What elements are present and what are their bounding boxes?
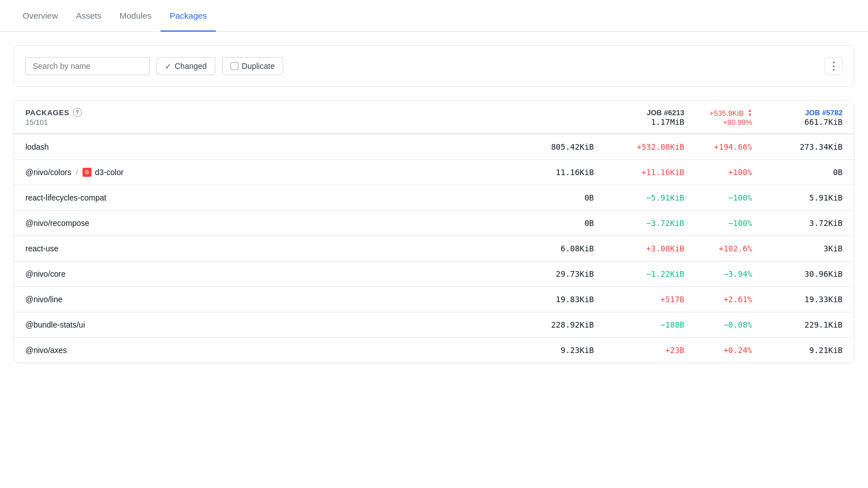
cell-delta-pct: −3.94% bbox=[684, 269, 752, 278]
table-row: @nivo/colors / D d3-color 11.16KiB +11.1… bbox=[14, 160, 854, 185]
cell-delta-pct: +100% bbox=[684, 168, 752, 177]
cell-prev-size: 229.1KiB bbox=[752, 320, 843, 329]
cell-delta-size: −188B bbox=[594, 320, 684, 329]
table-body: lodash 805.42KiB +532.08KiB +194.66% 273… bbox=[14, 134, 854, 363]
pkg-name-text: @nivo/line bbox=[25, 295, 63, 304]
nav-packages[interactable]: Packages bbox=[160, 0, 216, 32]
header-job2: JOB #5782 661.7KiB bbox=[752, 108, 843, 127]
main-content: ✓ Changed Duplicate ⋮ PACKAGES ? 15/101 … bbox=[0, 32, 868, 377]
cell-delta-size: +23B bbox=[594, 346, 684, 355]
cell-delta-pct: +194.66% bbox=[684, 142, 752, 151]
table-row: @nivo/line 19.83KiB +517B +2.61% 19.33Ki… bbox=[14, 287, 854, 312]
pkg-name: @bundle-stats/ui bbox=[25, 320, 504, 329]
help-icon[interactable]: ? bbox=[73, 108, 82, 117]
cell-delta-pct: −100% bbox=[684, 219, 752, 228]
sort-icon[interactable]: ▲ ▼ bbox=[748, 108, 752, 117]
more-icon: ⋮ bbox=[828, 60, 839, 72]
header-job1: JOB #6213 1.17MiB bbox=[594, 108, 684, 127]
search-input[interactable] bbox=[25, 57, 150, 75]
cell-delta-size: +517B bbox=[594, 295, 684, 304]
top-nav: Overview Assets Modules Packages bbox=[0, 0, 868, 32]
pkg-name-text: react-use bbox=[25, 244, 58, 253]
pkg-name: react-use bbox=[25, 244, 504, 253]
job1-size: 1.17MiB bbox=[651, 117, 684, 127]
duplicate-checkbox bbox=[231, 62, 238, 70]
table-row: react-lifecycles-compat 0B −5.91KiB −100… bbox=[14, 185, 854, 211]
cell-prev-size: 0B bbox=[752, 168, 843, 177]
cell-size: 0B bbox=[504, 193, 594, 202]
pkg-name: @nivo/line bbox=[25, 295, 504, 304]
cell-prev-size: 5.91KiB bbox=[752, 193, 843, 202]
separator: / bbox=[76, 168, 78, 177]
pkg-name-text: @nivo/colors bbox=[25, 168, 71, 177]
table-row: @bundle-stats/ui 228.92KiB −188B −0.08% … bbox=[14, 312, 854, 338]
cell-delta-size: −5.91KiB bbox=[594, 193, 684, 202]
packages-count: 15/101 bbox=[25, 118, 504, 127]
cell-size: 805.42KiB bbox=[504, 142, 594, 151]
changed-checkmark: ✓ bbox=[165, 62, 171, 71]
cell-delta-pct: −0.08% bbox=[684, 320, 752, 329]
cell-delta-size: −3.72KiB bbox=[594, 219, 684, 228]
header-left: PACKAGES ? 15/101 bbox=[25, 108, 504, 127]
nav-assets[interactable]: Assets bbox=[67, 0, 111, 32]
filter-bar: ✓ Changed Duplicate ⋮ bbox=[14, 45, 854, 87]
cell-prev-size: 30.96KiB bbox=[752, 269, 843, 278]
duplicate-filter-button[interactable]: Duplicate bbox=[222, 57, 283, 75]
cell-prev-size: 19.33KiB bbox=[752, 295, 843, 304]
pkg-name: @nivo/colors / D d3-color bbox=[25, 168, 504, 177]
pkg-icon: D bbox=[83, 168, 92, 177]
cell-delta-size: −1.22KiB bbox=[594, 269, 684, 278]
cell-size: 11.16KiB bbox=[504, 168, 594, 177]
header-job1-delta: +535.9KiB ▲ ▼ +80.99% bbox=[684, 108, 752, 127]
pkg-name-text: @nivo/recompose bbox=[25, 219, 89, 228]
table-row: lodash 805.42KiB +532.08KiB +194.66% 273… bbox=[14, 134, 854, 160]
cell-size: 228.92KiB bbox=[504, 320, 594, 329]
pkg-name: react-lifecycles-compat bbox=[25, 193, 504, 202]
pkg-name-text: @nivo/axes bbox=[25, 346, 67, 355]
table-row: react-use 6.08KiB +3.08KiB +102.6% 3KiB bbox=[14, 236, 854, 262]
changed-label: Changed bbox=[175, 62, 207, 71]
cell-prev-size: 3KiB bbox=[752, 244, 843, 253]
cell-size: 0B bbox=[504, 219, 594, 228]
pkg-name: @nivo/axes bbox=[25, 346, 504, 355]
pkg-name: @nivo/recompose bbox=[25, 219, 504, 228]
pkg-sub-name: d3-color bbox=[95, 168, 124, 177]
job2-size: 661.7KiB bbox=[805, 117, 843, 127]
duplicate-label: Duplicate bbox=[242, 62, 275, 71]
nav-overview[interactable]: Overview bbox=[14, 0, 67, 32]
table-header: PACKAGES ? 15/101 JOB #6213 1.17MiB +535… bbox=[14, 101, 854, 134]
pkg-name-text: @nivo/core bbox=[25, 269, 66, 278]
job1-delta-pct: +80.99% bbox=[723, 118, 752, 127]
job1-delta: +535.9KiB ▲ ▼ bbox=[710, 108, 752, 117]
cell-delta-pct: −100% bbox=[684, 193, 752, 202]
pkg-name: @nivo/core bbox=[25, 269, 504, 278]
packages-table: PACKAGES ? 15/101 JOB #6213 1.17MiB +535… bbox=[14, 101, 854, 363]
pkg-name-text: lodash bbox=[25, 142, 49, 151]
pkg-name-text: @bundle-stats/ui bbox=[25, 320, 85, 329]
packages-label: PACKAGES ? bbox=[25, 108, 504, 117]
more-options-button[interactable]: ⋮ bbox=[824, 57, 843, 75]
cell-delta-pct: +0.24% bbox=[684, 346, 752, 355]
cell-prev-size: 9.21KiB bbox=[752, 346, 843, 355]
cell-delta-size: +11.16KiB bbox=[594, 168, 684, 177]
cell-prev-size: 273.34KiB bbox=[752, 142, 843, 151]
job1-delta-size: +535.9KiB bbox=[710, 109, 744, 117]
cell-size: 9.23KiB bbox=[504, 346, 594, 355]
cell-size: 19.83KiB bbox=[504, 295, 594, 304]
job2-label[interactable]: JOB #5782 bbox=[805, 108, 843, 117]
nav-modules[interactable]: Modules bbox=[111, 0, 161, 32]
table-row: @nivo/recompose 0B −3.72KiB −100% 3.72Ki… bbox=[14, 211, 854, 236]
changed-filter-button[interactable]: ✓ Changed bbox=[157, 57, 215, 75]
pkg-name-text: react-lifecycles-compat bbox=[25, 193, 106, 202]
cell-size: 6.08KiB bbox=[504, 244, 594, 253]
table-row: @nivo/axes 9.23KiB +23B +0.24% 9.21KiB bbox=[14, 338, 854, 363]
cell-delta-size: +3.08KiB bbox=[594, 244, 684, 253]
table-row: @nivo/core 29.73KiB −1.22KiB −3.94% 30.9… bbox=[14, 262, 854, 287]
job1-label: JOB #6213 bbox=[647, 108, 685, 117]
pkg-name: lodash bbox=[25, 142, 504, 151]
cell-delta-pct: +102.6% bbox=[684, 244, 752, 253]
cell-delta-size: +532.08KiB bbox=[594, 142, 684, 151]
cell-size: 29.73KiB bbox=[504, 269, 594, 278]
cell-delta-pct: +2.61% bbox=[684, 295, 752, 304]
cell-prev-size: 3.72KiB bbox=[752, 219, 843, 228]
